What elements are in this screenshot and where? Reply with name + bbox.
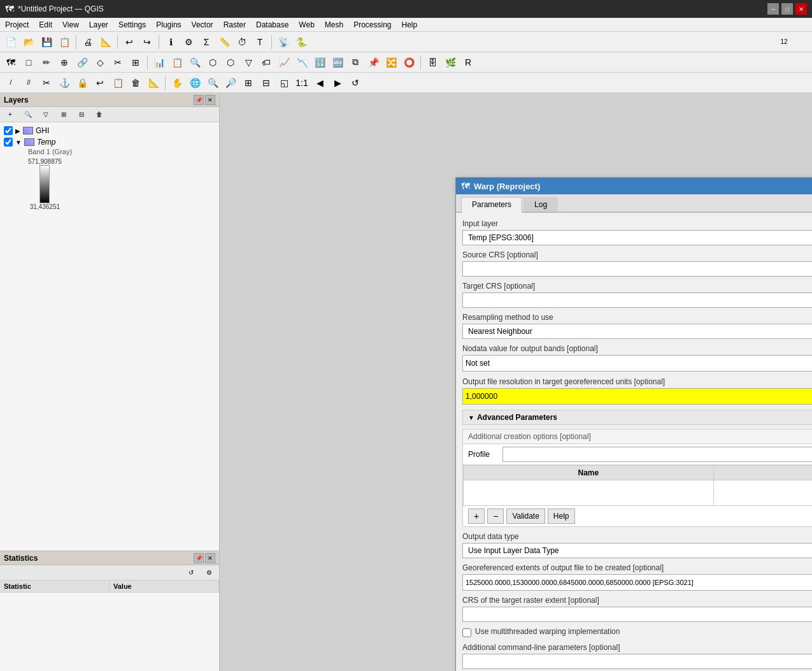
- menu-help[interactable]: Help: [397, 19, 423, 31]
- tb3-b8[interactable]: 🗑: [127, 75, 144, 91]
- stats-settings[interactable]: ⚙: [201, 565, 217, 581]
- tb3-fwd[interactable]: ▶: [329, 75, 346, 91]
- tb2-select2[interactable]: ⬡: [204, 54, 221, 71]
- tb3-back[interactable]: ◀: [311, 75, 328, 91]
- tb-time[interactable]: ⏱: [234, 34, 250, 50]
- input-layer-select[interactable]: Temp [EPSG:3006]: [462, 230, 812, 245]
- multithread-checkbox[interactable]: [462, 628, 471, 637]
- menu-mesh[interactable]: Mesh: [320, 19, 348, 31]
- source-crs-select[interactable]: [462, 261, 812, 277]
- menu-edit[interactable]: Edit: [34, 19, 57, 31]
- tb2-paste[interactable]: 📌: [365, 54, 381, 71]
- tb-open[interactable]: 📂: [20, 34, 37, 50]
- layer-temp-checkbox[interactable]: [4, 138, 13, 147]
- validate-button[interactable]: Validate: [506, 509, 545, 524]
- help-co-button[interactable]: Help: [548, 509, 575, 524]
- add-creation-option-button[interactable]: +: [468, 509, 485, 524]
- tb-identify[interactable]: ℹ: [162, 34, 179, 50]
- tb3-zoom-sel[interactable]: ⊟: [258, 75, 274, 91]
- cmdline-input[interactable]: [462, 654, 812, 669]
- tb-print[interactable]: 🖨: [80, 34, 96, 50]
- tb-snap-on[interactable]: 12: [759, 34, 809, 50]
- menu-web[interactable]: Web: [294, 19, 319, 31]
- tb-undo[interactable]: ↩: [121, 34, 138, 50]
- menu-raster[interactable]: Raster: [218, 19, 251, 31]
- menu-processing[interactable]: Processing: [348, 19, 396, 31]
- tb2-copy[interactable]: ⧉: [347, 54, 364, 71]
- tb3-b3[interactable]: ✂: [38, 75, 55, 91]
- menu-view[interactable]: View: [57, 19, 84, 31]
- tb3-b6[interactable]: ↩: [92, 75, 108, 91]
- output-dtype-select[interactable]: Use Input Layer Data Type: [462, 543, 812, 558]
- tb2-attr[interactable]: 📊: [151, 54, 167, 71]
- window-close-button[interactable]: ✕: [795, 3, 807, 15]
- nodata-input[interactable]: [462, 355, 812, 372]
- tb3-b9[interactable]: 📐: [145, 75, 162, 91]
- layers-expand[interactable]: ⊞: [55, 106, 72, 123]
- tb2-grass[interactable]: 🌿: [442, 54, 459, 71]
- menu-project[interactable]: Project: [0, 19, 34, 31]
- tb2-deselect[interactable]: ⬡: [222, 54, 239, 71]
- tb2-label[interactable]: 🏷: [258, 54, 274, 71]
- tb3-zoom-fit[interactable]: ⊞: [240, 75, 257, 91]
- tb3-zoom-layer[interactable]: ◱: [276, 75, 292, 91]
- tb-print2[interactable]: 📐: [97, 34, 114, 50]
- tb2-edit-node[interactable]: ✏: [38, 54, 55, 71]
- maximize-button[interactable]: □: [781, 3, 793, 15]
- layers-filter[interactable]: ▽: [38, 106, 54, 123]
- tb2-join[interactable]: 🔀: [383, 54, 399, 71]
- tb2-del[interactable]: ✂: [110, 54, 126, 71]
- crs-target-select[interactable]: [462, 607, 812, 622]
- menu-database[interactable]: Database: [251, 19, 294, 31]
- layers-remove[interactable]: 🔍: [20, 106, 36, 123]
- tb-select[interactable]: ⚙: [180, 34, 197, 50]
- remove-creation-option-button[interactable]: −: [487, 509, 504, 524]
- tb2-pan[interactable]: 🗺: [3, 54, 19, 71]
- profile-select[interactable]: [502, 447, 812, 462]
- tb-save-as[interactable]: 📋: [56, 34, 73, 50]
- stats-panel-close[interactable]: ✕: [205, 553, 215, 563]
- resolution-input[interactable]: [463, 389, 812, 404]
- tb-text[interactable]: T: [252, 34, 268, 50]
- tb2-snap[interactable]: 🔗: [74, 54, 90, 71]
- layer-ghi-checkbox[interactable]: [4, 126, 13, 135]
- tb2-r[interactable]: R: [460, 54, 476, 71]
- tb-redo[interactable]: ↪: [139, 34, 155, 50]
- tb2-calc[interactable]: 🔢: [311, 54, 328, 71]
- tb3-b2[interactable]: //: [20, 75, 37, 91]
- tb-save[interactable]: 💾: [38, 34, 55, 50]
- layers-add[interactable]: +: [2, 106, 18, 123]
- tb2-buffer[interactable]: ⭕: [401, 54, 417, 71]
- tb3-b1[interactable]: /: [3, 75, 19, 91]
- layers-remove-layer[interactable]: 🗑: [91, 106, 108, 123]
- layers-panel-pin[interactable]: 📌: [194, 95, 204, 105]
- layers-collapse[interactable]: ⊟: [73, 106, 90, 123]
- menu-plugins[interactable]: Plugins: [151, 19, 186, 31]
- tb2-form[interactable]: 📋: [169, 54, 185, 71]
- tb3-refresh[interactable]: ↺: [347, 75, 364, 91]
- tb3-b5[interactable]: 🔒: [74, 75, 90, 91]
- tb2-stat[interactable]: 📉: [294, 54, 310, 71]
- tab-parameters[interactable]: Parameters: [461, 197, 522, 213]
- tb-python[interactable]: 🐍: [293, 34, 310, 50]
- tb3-b4[interactable]: ⚓: [56, 75, 73, 91]
- tb3-hand[interactable]: ✋: [169, 75, 185, 91]
- tb3-zoom-out[interactable]: 🔎: [222, 75, 239, 91]
- menu-settings[interactable]: Settings: [113, 19, 151, 31]
- layer-item-temp[interactable]: ▼ Temp: [3, 136, 217, 148]
- advanced-params-header[interactable]: ▼ Advanced Parameters: [462, 410, 812, 425]
- menu-layer[interactable]: Layer: [84, 19, 113, 31]
- stats-panel-pin[interactable]: 📌: [194, 553, 204, 563]
- tb2-identify2[interactable]: 🔍: [187, 54, 203, 71]
- tb2-digitize[interactable]: ⊕: [56, 54, 73, 71]
- tb2-vertex[interactable]: ◇: [92, 54, 108, 71]
- georef-extents-input[interactable]: [462, 574, 812, 591]
- tb-gps[interactable]: 📡: [275, 34, 292, 50]
- tb3-zoom-native[interactable]: 1:1: [294, 75, 310, 91]
- target-crs-select[interactable]: [462, 292, 812, 308]
- menu-vector[interactable]: Vector: [187, 19, 218, 31]
- tb2-db[interactable]: 🗄: [424, 54, 441, 71]
- tb3-b7[interactable]: 📋: [110, 75, 126, 91]
- tb2-field[interactable]: 🔤: [329, 54, 346, 71]
- minimize-button[interactable]: ─: [767, 3, 779, 15]
